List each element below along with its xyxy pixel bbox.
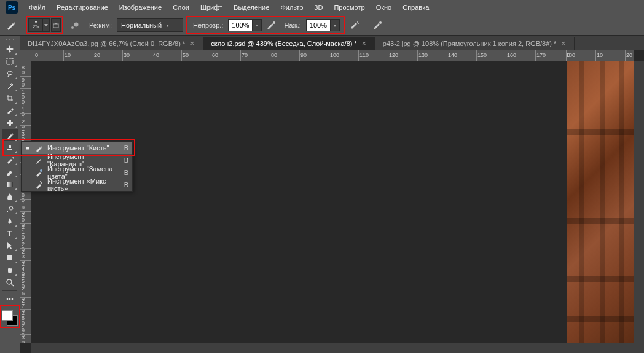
- document-tab[interactable]: DI14FYJX0AAzOa3.jpg @ 66,7% (Слой 0, RGB…: [20, 37, 203, 50]
- menu-фильтр[interactable]: Фильтр: [275, 1, 308, 14]
- gradient-tool[interactable]: [2, 178, 18, 190]
- image-content: [567, 61, 634, 343]
- blend-mode-dropdown[interactable]: Нормальный ▼: [117, 18, 183, 32]
- current-tool-indicator[interactable]: [2, 18, 20, 33]
- ruler-vertical[interactable]: 8090100110120130140150160170180190200210…: [20, 61, 32, 343]
- move-tool[interactable]: [2, 43, 18, 55]
- svg-point-21: [7, 298, 9, 300]
- svg-point-20: [7, 279, 12, 284]
- document-tabs: DI14FYJX0AAzOa3.jpg @ 66,7% (Слой 0, RGB…: [20, 36, 644, 51]
- menu-файл[interactable]: Файл: [23, 1, 51, 14]
- svg-text:T: T: [7, 229, 12, 238]
- flow-label: Наж.:: [281, 21, 304, 29]
- svg-point-5: [74, 23, 79, 27]
- lasso-tool[interactable]: [2, 68, 18, 80]
- document-tab[interactable]: склон2.psd @ 439% (Беседка, Слой-маска/8…: [203, 37, 375, 50]
- flyout-item[interactable]: ■Инструмент "Кисть"B: [22, 142, 132, 154]
- type-tool[interactable]: T: [2, 227, 18, 239]
- options-bar: 25 Режим: Нормальный ▼ Непрозр.: 100% ▼ …: [0, 15, 644, 36]
- ruler-horizontal[interactable]: 0102030405060708090100110120130140150160…: [31, 50, 634, 62]
- shape-tool[interactable]: [2, 252, 18, 264]
- scrollbar-corner: [634, 343, 644, 353]
- brush-tool[interactable]: [2, 129, 18, 141]
- foreground-color[interactable]: [2, 310, 13, 321]
- heal-tool[interactable]: [2, 117, 18, 129]
- menu-изображение[interactable]: Изображение: [114, 1, 167, 14]
- color-swatch[interactable]: [1, 309, 18, 327]
- crop-tool[interactable]: [2, 92, 18, 104]
- history-brush-tool[interactable]: [2, 153, 18, 166]
- eyedropper-tool[interactable]: [2, 104, 18, 117]
- marquee-tool[interactable]: [2, 55, 18, 68]
- svg-point-12: [13, 39, 14, 40]
- svg-point-9: [379, 21, 382, 24]
- svg-point-8: [358, 23, 359, 24]
- close-icon[interactable]: ×: [561, 39, 565, 48]
- airbrush-icon[interactable]: [347, 18, 362, 32]
- toolbar-grip[interactable]: [1, 37, 18, 42]
- svg-rect-15: [9, 120, 11, 126]
- svg-text:Ps: Ps: [8, 4, 16, 11]
- menu-выделение[interactable]: Выделение: [228, 1, 275, 14]
- flow-field[interactable]: 100%: [306, 19, 331, 31]
- path-select-tool[interactable]: [2, 239, 18, 252]
- tool-icon: [34, 168, 44, 177]
- edit-toolbar[interactable]: [2, 293, 18, 305]
- svg-point-25: [41, 182, 42, 184]
- opacity-stepper[interactable]: ▼: [253, 19, 262, 31]
- close-icon[interactable]: ×: [362, 39, 366, 48]
- close-icon[interactable]: ×: [190, 39, 194, 48]
- svg-point-4: [71, 26, 74, 29]
- hand-tool[interactable]: [2, 264, 18, 276]
- wand-tool[interactable]: [2, 80, 18, 92]
- svg-point-10: [6, 39, 7, 40]
- stamp-tool[interactable]: [2, 141, 18, 153]
- svg-rect-3: [55, 23, 57, 24]
- pen-tool[interactable]: [2, 215, 18, 227]
- ruler-corner: [20, 50, 32, 62]
- opacity-flow-group: Непрозр.: 100% ▼ Наж.: 100% ▼: [186, 16, 345, 34]
- svg-rect-19: [7, 255, 12, 260]
- menu-просмотр[interactable]: Просмотр: [328, 1, 370, 14]
- opacity-field[interactable]: 100%: [228, 19, 253, 31]
- menu-слои[interactable]: Слои: [167, 1, 195, 14]
- document-tab[interactable]: p43-2.jpg @ 108% (Прямоугольник 1 копия …: [375, 37, 575, 50]
- svg-point-7: [357, 21, 358, 23]
- flyout-item[interactable]: Инструмент "Карандаш"B: [22, 154, 132, 166]
- zoom-tool[interactable]: [2, 276, 18, 289]
- menu-редактирование[interactable]: Редактирование: [51, 1, 114, 14]
- tool-icon: [34, 180, 44, 190]
- flow-stepper[interactable]: ▼: [331, 19, 340, 31]
- eraser-tool[interactable]: [2, 166, 18, 178]
- menu-окно[interactable]: Окно: [371, 1, 398, 14]
- flyout-item[interactable]: Инструмент «Микс-кисть»B: [22, 179, 132, 191]
- tool-icon: [34, 143, 44, 153]
- pressure-opacity-icon[interactable]: [264, 18, 279, 32]
- opacity-label: Непрозр.:: [190, 21, 226, 29]
- scrollbar-horizontal[interactable]: [31, 343, 634, 353]
- dodge-tool[interactable]: [2, 203, 18, 215]
- svg-rect-2: [53, 24, 58, 28]
- tool-icon: [34, 155, 44, 165]
- svg-point-26: [40, 181, 41, 182]
- svg-point-6: [273, 21, 275, 24]
- svg-rect-13: [7, 58, 13, 64]
- menu-справка[interactable]: Справка: [397, 1, 434, 14]
- mode-label: Режим:: [87, 21, 114, 29]
- canvas-viewport[interactable]: [31, 61, 634, 343]
- blur-tool[interactable]: [2, 190, 18, 203]
- flyout-item[interactable]: Инструмент "Замена цвета"B: [22, 166, 132, 179]
- menu-3d[interactable]: 3D: [308, 1, 328, 14]
- svg-point-17: [9, 206, 13, 210]
- svg-rect-16: [7, 182, 13, 187]
- brush-tool-flyout: ■Инструмент "Кисть"BИнструмент "Карандаш…: [21, 141, 133, 192]
- brush-size-picker[interactable]: 25: [26, 16, 63, 34]
- svg-point-11: [9, 39, 10, 40]
- menu-шрифт[interactable]: Шрифт: [195, 1, 228, 14]
- color-swatch-highlight: [0, 305, 20, 328]
- menu-bar: Ps ФайлРедактированиеИзображениеСлоиШриф…: [0, 0, 644, 15]
- scrollbar-vertical[interactable]: [634, 61, 644, 343]
- brush-size-value: 25: [33, 23, 39, 29]
- pressure-toggle-icon[interactable]: [371, 18, 385, 32]
- pressure-size-icon[interactable]: [68, 18, 82, 32]
